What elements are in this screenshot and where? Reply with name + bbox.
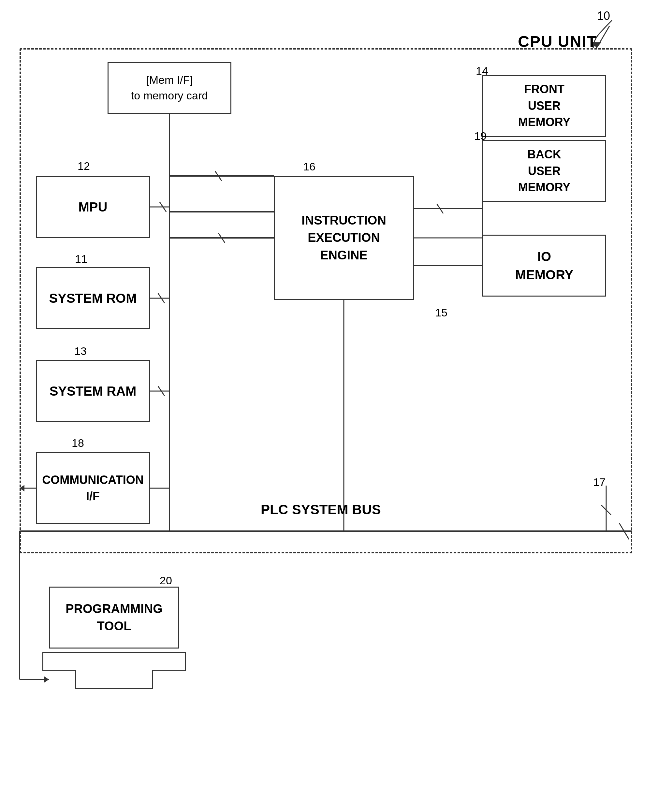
system-ram-label: SYSTEM RAM (49, 384, 137, 399)
ref-label-17: 17 (593, 476, 605, 489)
mpu-box: MPU (36, 176, 150, 238)
svg-line-0 (596, 26, 609, 48)
ref-label-10: 10 (597, 9, 610, 23)
cpu-unit-label: CPU UNIT (518, 33, 597, 51)
mem-if-box: [Mem I/F] to memory card (108, 62, 231, 114)
back-user-mem-line1: BACK (518, 146, 570, 163)
ref-label-18: 18 (72, 437, 84, 450)
ref-label-15: 15 (435, 306, 448, 319)
iee-line1: INSTRUCTION (302, 212, 386, 229)
back-user-mem-box: BACK USER MEMORY (482, 140, 606, 202)
plc-bus-label: PLC SYSTEM BUS (261, 502, 381, 518)
ref-label-12: 12 (78, 160, 90, 172)
prog-tool-stand (75, 670, 153, 689)
diagram: 10 CPU UNIT [Mem I/F] to memory card 12 … (0, 0, 672, 788)
ref-label-16: 16 (303, 160, 316, 173)
comm-if-line2: I/F (42, 488, 143, 504)
system-rom-box: SYSTEM ROM (36, 267, 150, 329)
front-user-mem-line3: MEMORY (518, 114, 570, 130)
comm-if-line1: COMMUNICATION (42, 472, 143, 488)
comm-if-box: COMMUNICATION I/F (36, 452, 150, 524)
io-mem-line1: IO (515, 247, 574, 265)
ref-label-11: 11 (75, 253, 87, 265)
front-user-mem-line1: FRONT (518, 81, 570, 97)
iee-line3: ENGINE (302, 247, 386, 264)
prog-tool-line2: TOOL (65, 618, 163, 635)
prog-tool-base (42, 652, 186, 671)
prog-tool-box: PROGRAMMING TOOL (49, 586, 179, 648)
mem-if-line1: [Mem I/F] (131, 72, 208, 88)
prog-tool-line1: PROGRAMMING (65, 600, 163, 618)
ref-label-13: 13 (74, 345, 87, 357)
ref-label-20: 20 (160, 574, 172, 587)
mem-if-line2: to memory card (131, 88, 208, 103)
front-user-mem-line2: USER (518, 98, 570, 114)
front-user-mem-box: FRONT USER MEMORY (482, 75, 606, 137)
iee-line2: EXECUTION (302, 229, 386, 246)
back-user-mem-line2: USER (518, 163, 570, 179)
iee-box: INSTRUCTION EXECUTION ENGINE (274, 176, 414, 300)
io-mem-line2: MEMORY (515, 265, 574, 284)
system-ram-box: SYSTEM RAM (36, 360, 150, 422)
system-rom-label: SYSTEM ROM (49, 291, 137, 306)
io-mem-box: IO MEMORY (482, 235, 606, 297)
mpu-label: MPU (79, 200, 108, 214)
svg-marker-36 (44, 676, 49, 683)
back-user-mem-line3: MEMORY (518, 179, 570, 195)
